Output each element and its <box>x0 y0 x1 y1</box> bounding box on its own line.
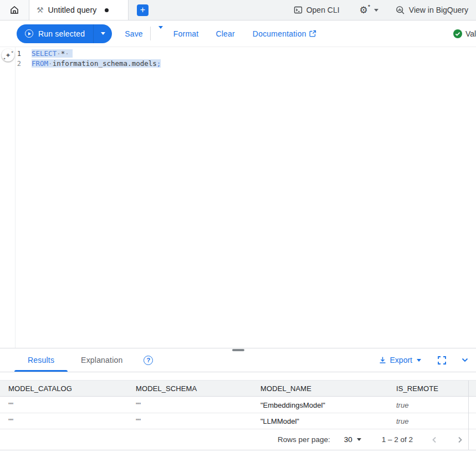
whitespace-dot: · <box>65 49 69 58</box>
save-options-button[interactable] <box>158 29 163 39</box>
settings-menu-button[interactable]: ⚙ ✦ <box>360 6 378 15</box>
table-row: """""LLMModel"true <box>0 413 476 429</box>
collapse-panel-button[interactable] <box>461 356 469 364</box>
chevron-down-icon <box>417 359 421 362</box>
format-button[interactable]: Format <box>173 29 199 38</box>
sql-keyword: FROM <box>32 59 48 68</box>
tab-bar-actions: Open CLI ⚙ ✦ View in BigQuery <box>294 0 476 20</box>
sql-punctuation: ; <box>157 59 161 68</box>
clear-button[interactable]: Clear <box>216 29 234 38</box>
home-icon <box>9 5 19 15</box>
results-panel-header: Results Explanation ? Export <box>0 348 476 372</box>
panel-resize-handle[interactable] <box>232 349 244 351</box>
sql-editor[interactable]: ✦ ✦ ✦ 1 SELECT·*· 2 FROM·information_sch… <box>0 47 476 348</box>
code-line-2: 2 FROM·information_schema.models; <box>0 59 476 69</box>
sql-keyword: SELECT <box>32 49 57 58</box>
table-cell: true <box>388 417 476 425</box>
export-label: Export <box>390 356 412 364</box>
chevron-left-icon <box>431 436 438 444</box>
chevron-down-icon <box>461 356 469 364</box>
documentation-link[interactable]: Documentation <box>253 29 316 38</box>
query-toolbar: Run selected Save Format Clear Documenta… <box>0 20 476 47</box>
rows-per-page-value: 30 <box>344 435 352 444</box>
open-cli-button[interactable]: Open CLI <box>294 6 340 14</box>
ai-assist-button[interactable]: ✦ ✦ ✦ <box>2 49 14 61</box>
results-tabs: Results Explanation <box>14 348 136 372</box>
documentation-label: Documentation <box>253 29 306 38</box>
pagination-bar: Rows per page: 30 1 – 2 of 2 <box>0 429 476 450</box>
table-cell: "" <box>0 417 127 425</box>
open-cli-label: Open CLI <box>306 6 340 14</box>
run-split-button: Run selected <box>17 24 112 43</box>
query-valid-status: Valid <box>453 20 476 47</box>
download-icon <box>378 356 387 364</box>
run-selected-button[interactable]: Run selected <box>17 24 93 43</box>
code-area[interactable]: 1 SELECT·*· 2 FROM·information_schema.mo… <box>0 49 476 69</box>
export-button[interactable]: Export <box>378 356 421 364</box>
tab-explanation[interactable]: Explanation <box>68 348 136 372</box>
chevron-down-icon <box>374 9 378 12</box>
table-header-row: MODEL_CATALOG MODEL_SCHEMA MODEL_NAME IS… <box>0 380 476 397</box>
table-cell: true <box>388 401 476 409</box>
rows-per-page-select[interactable]: 30 <box>344 435 361 444</box>
play-icon <box>25 29 33 38</box>
valid-label: Valid <box>465 29 476 38</box>
help-icon[interactable]: ? <box>144 356 153 365</box>
code-line-1: 1 SELECT·*· <box>0 49 476 59</box>
page-range-label: 1 – 2 of 2 <box>382 435 413 444</box>
tab-untitled-query[interactable]: ⚒ Untitled query <box>29 0 129 20</box>
table-row: """""EmbeddingsModel"true <box>0 397 476 413</box>
external-link-icon <box>309 30 316 37</box>
fullscreen-icon <box>438 356 446 364</box>
bigquery-studio-window: ⚒ Untitled query + Open CLI ⚙ ✦ <box>0 0 476 457</box>
table-body: """""EmbeddingsModel"true"""""LLMModel"t… <box>0 397 476 429</box>
column-header-model-schema[interactable]: MODEL_SCHEMA <box>127 384 252 393</box>
toolbar-divider <box>150 27 151 40</box>
column-header-is-remote[interactable]: IS_REMOTE <box>388 384 476 393</box>
footer-border <box>0 450 476 450</box>
results-actions: Export <box>378 356 476 364</box>
column-header-model-name[interactable]: MODEL_NAME <box>252 384 388 393</box>
chevron-right-icon <box>456 436 464 444</box>
view-in-bigquery-label: View in BigQuery <box>409 6 468 14</box>
sql-identifier: information_schema.models <box>53 59 157 68</box>
chevron-down-icon <box>357 438 361 441</box>
tab-results-label: Results <box>28 356 54 364</box>
table-cell: "" <box>127 417 252 425</box>
whitespace-dot: · <box>57 49 61 58</box>
bigquery-icon <box>396 6 405 15</box>
chevron-down-icon <box>101 32 105 35</box>
table-cell: "" <box>0 401 127 409</box>
table-cell: "" <box>127 401 252 409</box>
rows-per-page-label: Rows per page: <box>278 435 330 444</box>
previous-page-button[interactable] <box>431 436 438 444</box>
chevron-down-icon <box>158 26 163 38</box>
next-page-button[interactable] <box>456 436 464 444</box>
run-options-button[interactable] <box>94 24 112 43</box>
fullscreen-button[interactable] <box>438 356 446 364</box>
sparkle-icon: ✦ <box>367 4 371 8</box>
query-tools-icon: ⚒ <box>37 6 44 14</box>
table-cell: "LLMModel" <box>252 417 388 425</box>
save-button[interactable]: Save <box>125 29 143 38</box>
table-cell: "EmbeddingsModel" <box>252 401 388 409</box>
tab-bar: ⚒ Untitled query + Open CLI ⚙ ✦ <box>0 0 476 20</box>
whitespace-dot: · <box>48 59 53 68</box>
gemini-sparkle-icon: ✦ ✦ ✦ <box>5 52 11 59</box>
gear-icon: ⚙ ✦ <box>360 6 368 15</box>
active-tab-underline <box>14 370 68 372</box>
home-button[interactable] <box>0 0 29 20</box>
gutter-divider <box>15 47 16 348</box>
column-header-model-catalog[interactable]: MODEL_CATALOG <box>0 384 127 393</box>
new-tab-button[interactable]: + <box>137 4 149 16</box>
tab-results[interactable]: Results <box>14 348 68 372</box>
tab-explanation-label: Explanation <box>81 356 122 364</box>
terminal-icon <box>294 6 303 14</box>
unsaved-dot-icon <box>105 8 109 12</box>
tab-title: Untitled query <box>48 6 97 14</box>
check-circle-icon <box>453 29 462 38</box>
run-selected-label: Run selected <box>38 29 85 38</box>
view-in-bigquery-button[interactable]: View in BigQuery <box>396 6 468 15</box>
